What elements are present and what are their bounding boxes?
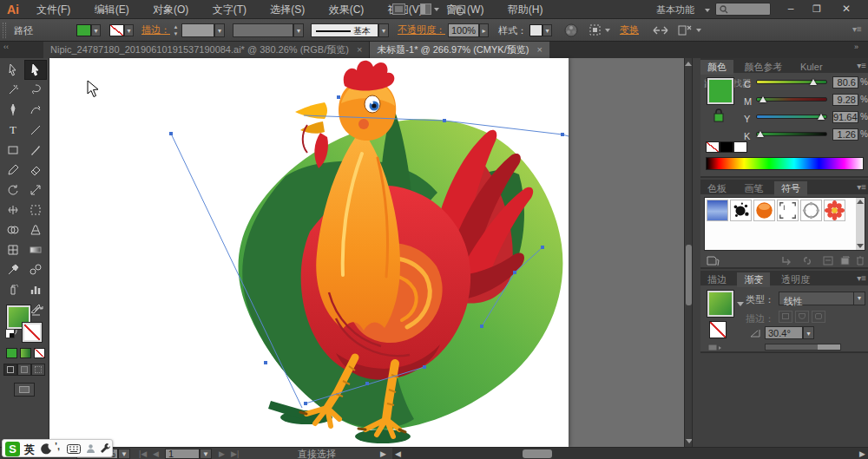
- stroke-color-swatch[interactable]: [109, 24, 124, 36]
- symbols-panel-menu-icon[interactable]: ▾≡: [857, 182, 866, 192]
- opacity-caret[interactable]: ▸: [479, 23, 489, 37]
- tab-swatches[interactable]: 色板: [700, 181, 733, 196]
- tool-mesh[interactable]: [2, 239, 24, 259]
- tool-perspective-grid[interactable]: [24, 220, 47, 239]
- channel-slider[interactable]: [756, 132, 827, 136]
- rooster-artwork[interactable]: [49, 58, 569, 447]
- menu-select[interactable]: 选择(S): [260, 0, 315, 19]
- first-artboard-icon[interactable]: |◀: [139, 448, 147, 459]
- tool-lasso[interactable]: [24, 80, 47, 100]
- tool-blend[interactable]: [24, 259, 47, 279]
- tab-gradient[interactable]: 渐变: [737, 272, 770, 287]
- arrange-documents-icon[interactable]: [420, 3, 439, 15]
- tool-shape-builder[interactable]: [2, 220, 24, 239]
- tab-close-icon[interactable]: ×: [357, 44, 362, 55]
- style-caret[interactable]: ▾: [542, 24, 552, 36]
- fill-color-swatch[interactable]: [76, 24, 91, 36]
- gradient-mode-button[interactable]: [20, 348, 31, 358]
- menu-object[interactable]: 对象(O): [142, 0, 199, 19]
- menu-help[interactable]: 帮助(H): [497, 0, 554, 19]
- symbols-scrollbar[interactable]: [856, 198, 865, 250]
- gradient-stroke-btn-2[interactable]: [795, 311, 809, 323]
- black-swatch[interactable]: [720, 141, 733, 153]
- scroll-left-icon[interactable]: ◀: [395, 448, 401, 459]
- channel-value-field[interactable]: 9.28: [832, 94, 858, 106]
- search-box[interactable]: [715, 3, 771, 16]
- default-fill-stroke-icon[interactable]: [5, 329, 15, 338]
- channel-value-field[interactable]: 91.64: [832, 111, 858, 123]
- tool-free-transform[interactable]: [24, 200, 47, 220]
- tool-eyedropper[interactable]: [2, 259, 24, 279]
- none-swatch[interactable]: [706, 141, 720, 153]
- slider-thumb[interactable]: [810, 79, 817, 85]
- stroke-color-caret[interactable]: ▾: [124, 24, 134, 36]
- opacity-link[interactable]: 不透明度：: [398, 23, 445, 36]
- opacity-field[interactable]: 100%: [448, 23, 479, 37]
- gradient-type-dropdown[interactable]: 线性 ▾: [779, 292, 865, 305]
- tab-color[interactable]: 颜色: [700, 60, 733, 75]
- status-expand-icon[interactable]: ▶: [380, 448, 386, 459]
- symbol-blue-banner[interactable]: [707, 200, 728, 221]
- delete-symbol-icon[interactable]: [855, 255, 865, 266]
- last-artboard-icon[interactable]: ▶|: [231, 448, 239, 459]
- channel-value-field[interactable]: 80.6: [832, 76, 858, 89]
- gradient-panel-menu-icon[interactable]: ▾≡: [857, 273, 866, 283]
- brush-definition-caret[interactable]: ▾: [378, 23, 389, 37]
- menu-type[interactable]: 文字(T): [202, 0, 257, 19]
- gradient-fill-swatch[interactable]: [707, 291, 733, 317]
- align-horizontal-icon[interactable]: [653, 23, 668, 37]
- artboard-number-field[interactable]: 1: [165, 449, 200, 459]
- width-profile-caret[interactable]: ▾: [293, 23, 304, 37]
- slider-thumb[interactable]: [818, 114, 825, 120]
- tool-pen[interactable]: [2, 100, 24, 120]
- stroke-weight-stepper[interactable]: ▲▼: [172, 23, 180, 37]
- color-panel-menu-icon[interactable]: ▾≡: [857, 61, 866, 70]
- stroke-link[interactable]: 描边：: [141, 23, 170, 36]
- tool-symbol-sprayer[interactable]: [2, 279, 24, 299]
- ime-language-toggle[interactable]: 英: [24, 443, 35, 457]
- symbol-vine-wreath[interactable]: [800, 200, 822, 221]
- menu-file[interactable]: 文件(F): [26, 0, 81, 19]
- scroll-right-icon[interactable]: ▶: [859, 448, 865, 459]
- ime-skin-icon[interactable]: [85, 443, 96, 455]
- draw-behind-button[interactable]: [17, 364, 31, 376]
- tab-symbols[interactable]: 符号: [774, 181, 807, 196]
- tool-gradient[interactable]: [24, 239, 47, 259]
- tool-paintbrush[interactable]: [24, 140, 47, 160]
- none-mode-button[interactable]: [34, 348, 45, 358]
- select-similar-icon[interactable]: [589, 23, 604, 37]
- workspace-switcher[interactable]: 基本功能: [656, 0, 694, 19]
- gradient-stroke-swatch[interactable]: [709, 321, 727, 338]
- doc-tab-inactive[interactable]: Nipic_24787180_20190610191537190084.ai* …: [43, 42, 370, 58]
- tool-eraser[interactable]: [24, 160, 47, 180]
- gradient-stroke-btn-1[interactable]: [779, 311, 792, 323]
- symbol-options-icon[interactable]: [822, 255, 834, 266]
- screen-mode-button[interactable]: [14, 383, 35, 397]
- transform-link[interactable]: 变换: [620, 23, 639, 36]
- color-fill-proxy[interactable]: [707, 78, 733, 104]
- brush-definition-dropdown[interactable]: 基本: [311, 23, 378, 37]
- place-symbol-icon[interactable]: [780, 255, 792, 266]
- draw-normal-button[interactable]: [3, 364, 17, 376]
- stroke-weight-caret[interactable]: ▾: [214, 23, 225, 37]
- select-similar-caret[interactable]: [605, 29, 610, 32]
- minimize-button[interactable]: –: [778, 0, 804, 17]
- gradient-slider-partial[interactable]: [765, 344, 841, 351]
- tool-curvature[interactable]: [24, 100, 47, 120]
- vertical-scroll-thumb[interactable]: [686, 245, 692, 305]
- artboard-caret[interactable]: ▼: [200, 449, 212, 459]
- gradient-angle-field[interactable]: 30.4°: [765, 326, 803, 339]
- tab-transparency[interactable]: 透明度: [774, 272, 817, 287]
- tab-stroke[interactable]: 描边: [700, 272, 733, 287]
- color-stroke-proxy[interactable]: [712, 108, 726, 122]
- close-button[interactable]: ✕: [832, 0, 861, 17]
- tab-brushes[interactable]: 画笔: [737, 181, 770, 196]
- artboard[interactable]: [49, 58, 569, 447]
- white-swatch[interactable]: [733, 141, 747, 153]
- restore-button[interactable]: ❐: [804, 0, 830, 17]
- dock-collapse-icon[interactable]: »: [854, 43, 858, 51]
- symbol-ink-splat[interactable]: [730, 200, 752, 221]
- tab-kuler[interactable]: Kuler: [793, 60, 830, 75]
- next-artboard-icon[interactable]: ▶: [219, 448, 225, 459]
- break-link-icon[interactable]: [801, 255, 813, 266]
